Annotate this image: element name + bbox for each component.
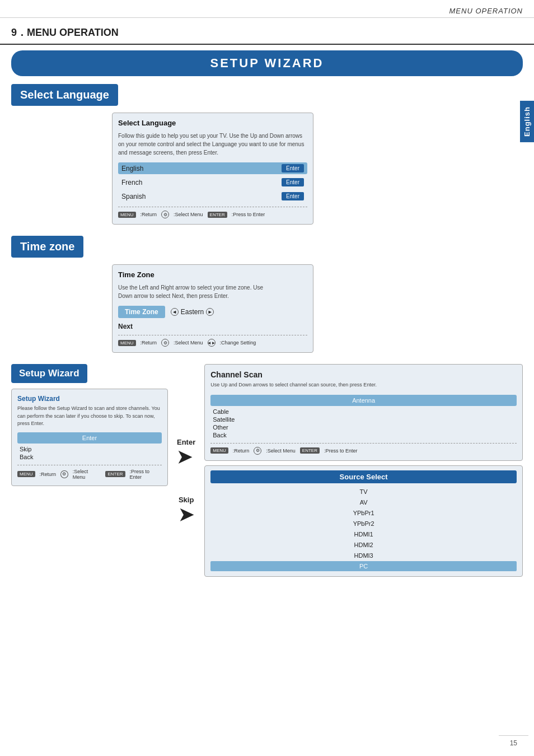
time-zone-dialog-desc: Use the Left and Right arrow to select y… [118,283,307,300]
select-language-section: Select Language Select Language Follow t… [11,84,523,225]
tz-menu-key: MENU [118,340,136,346]
time-zone-footer: MENU :Return ⚙ :Select Menu ◄► :Change S… [118,335,307,347]
right-panels: Channel Scan Use Up and Down arrows to s… [204,364,523,577]
setup-wizard-left: Setup Wizard Setup Wizard Please follow … [11,364,168,577]
section-heading: 9．MENU OPERATION [0,18,534,45]
timezone-row-label: Time Zone [118,306,165,318]
skip-arrow-block: Skip ➤ [179,496,194,525]
time-zone-dialog-title: Time Zone [118,270,307,279]
page-header: MENU OPERATION [0,0,534,18]
source-hdmi2[interactable]: HDMI2 [210,540,517,550]
next-button[interactable]: Next [118,323,307,330]
time-zone-label: Time zone [11,236,83,258]
wizard-skip-label[interactable]: Skip [17,446,162,452]
wiz-enter-key: ENTER [105,471,125,477]
source-pc[interactable]: PC [210,561,517,571]
wizard-dialog-title: Setup Wizard [17,395,162,403]
wizard-footer: MENU :Return ⚙ :Select Menu ENTER :Press… [17,465,162,480]
wiz-press-enter: :Press to Enter [130,469,162,480]
source-hdmi1[interactable]: HDMI1 [210,529,517,539]
arrows: Enter ➤ Skip ➤ [177,438,195,525]
language-row-spanish[interactable]: Spanish Enter [118,190,307,202]
page-footer: 15 [499,735,528,750]
wiz-menu-key: MENU [17,471,35,477]
channel-scan-title: Channel Scan [210,370,517,379]
language-row-french[interactable]: French Enter [118,176,307,188]
cs-select-menu: :Select Menu [266,448,296,454]
select-language-footer: MENU :Return ⚙ :Select Menu ENTER :Press… [118,207,307,218]
other-option[interactable]: Other [210,424,517,431]
wizard-enter-btn[interactable]: Enter [17,432,162,444]
english-tab: English [520,101,534,142]
skip-arrow-label: Skip [179,496,194,504]
wizard-back-label[interactable]: Back [17,454,162,460]
cs-select-icon: ⚙ [254,447,261,455]
wizard-dialog-desc: Please follow the Setup Wizard to scan a… [17,405,162,428]
setup-wizard-left-title: Setup Wizard [11,364,87,383]
arrow-left-icon[interactable]: ◄ [171,308,179,316]
time-zone-section: Time zone Time Zone Use the Left and Rig… [11,236,523,353]
cs-enter-key: ENTER [300,447,320,454]
page-number: 15 [510,739,517,747]
tz-select-menu-label: :Select Menu [174,340,203,346]
cs-menu-key: MENU [210,447,228,454]
tz-select-icon: ⚙ [161,339,169,347]
select-menu-icon: ⚙ [161,211,169,218]
language-name-french: French [121,179,277,186]
bottom-section: Setup Wizard Setup Wizard Please follow … [11,364,523,577]
setup-wizard-banner: SETUP WIZARD [11,50,523,76]
wiz-select-icon: ⚙ [60,470,68,478]
language-row-english[interactable]: English Enter [118,162,307,174]
satellite-option[interactable]: Satellite [210,416,517,423]
cs-return-label: :Return [233,448,250,454]
source-tv[interactable]: TV [210,487,517,497]
tz-change-icon: ◄► [208,339,216,347]
timezone-row[interactable]: Time Zone ◄ Eastern ► [118,306,307,318]
channel-scan-desc: Use Up and Down arrows to select channel… [210,381,517,389]
source-av[interactable]: AV [210,497,517,507]
language-name-english: English [121,165,277,172]
wizard-dialog: Setup Wizard Please follow the Setup Wiz… [11,389,168,486]
enter-btn-english[interactable]: Enter [282,164,304,172]
cable-option[interactable]: Cable [210,408,517,415]
source-hdmi3[interactable]: HDMI3 [210,550,517,561]
tz-return-label: :Return [140,340,157,346]
channel-scan-footer: MENU :Return ⚙ :Select Menu ENTER :Press… [210,443,517,455]
wiz-return-label: :Return [40,472,57,477]
header-title: MENU OPERATION [449,7,523,15]
source-ypbpr2[interactable]: YPbPr2 [210,519,517,529]
enter-key-badge: ENTER [208,212,227,218]
language-name-spanish: Spanish [121,193,277,200]
tz-change-label: :Change Setting [220,340,256,346]
enter-arrow-label: Enter [177,438,195,446]
menu-key-badge: MENU [118,212,136,218]
back-option[interactable]: Back [210,432,517,438]
select-menu-label: :Select Menu [174,212,203,217]
source-select-box: Source Select TV AV YPbPr1 YPbPr2 HDMI1 … [204,465,523,577]
select-language-dialog: Select Language Follow this guide to hel… [112,113,313,225]
enter-btn-spanish[interactable]: Enter [282,192,304,200]
press-enter-label: :Press to Enter [232,212,265,217]
arrow-block: Enter ➤ Skip ➤ [177,364,195,577]
source-select-title: Source Select [210,470,517,483]
select-language-label: Select Language [11,84,118,106]
timezone-current: Eastern [181,308,204,316]
timezone-value: ◄ Eastern ► [171,308,214,316]
select-language-dialog-title: Select Language [118,119,307,127]
source-ypbpr1[interactable]: YPbPr1 [210,508,517,518]
return-label: :Return [140,212,157,217]
channel-scan-box: Channel Scan Use Up and Down arrows to s… [204,364,523,461]
time-zone-dialog: Time Zone Use the Left and Right arrow t… [112,264,313,353]
wiz-select-menu: :Select Menu [73,469,101,480]
select-language-dialog-desc: Follow this guide to help you set up you… [118,132,307,157]
cs-press-enter: :Press to Enter [324,448,358,454]
antenna-option[interactable]: Antenna [210,395,517,406]
enter-btn-french[interactable]: Enter [282,178,304,186]
enter-arrow-block: Enter ➤ [177,438,195,468]
arrow-right-icon[interactable]: ► [206,308,214,316]
